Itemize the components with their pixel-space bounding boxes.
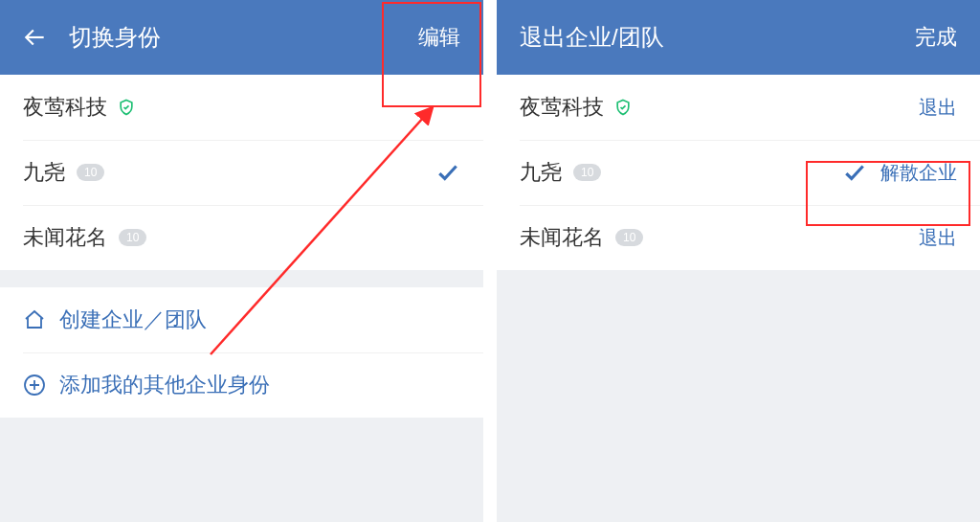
disband-button[interactable]: 解散企业 (880, 160, 957, 186)
member-count-badge: 10 (77, 164, 104, 181)
create-org-button[interactable]: 创建企业／团队 (0, 287, 483, 352)
navbar: 切换身份 编辑 (0, 0, 483, 75)
identity-name: 未闻花名 (23, 223, 107, 252)
screen-leave-org: 退出企业/团队 完成 夜莺科技 退出 九尧 10 解散企业 (497, 0, 980, 522)
org-row[interactable]: 夜莺科技 退出 (497, 75, 980, 140)
option-label: 添加我的其他企业身份 (59, 371, 270, 399)
verified-shield-icon (613, 98, 633, 117)
member-count-badge: 10 (615, 229, 643, 246)
selected-check-icon (842, 160, 867, 185)
navbar-title: 退出企业/团队 (520, 22, 915, 53)
org-list: 夜莺科技 退出 九尧 10 解散企业 未闻花名 10 退出 (497, 75, 980, 270)
navbar-edit-button[interactable]: 编辑 (418, 23, 460, 52)
add-identity-button[interactable]: 添加我的其他企业身份 (0, 352, 483, 418)
selected-check-icon (435, 160, 460, 185)
org-name: 九尧 (520, 158, 562, 187)
home-icon (23, 308, 46, 331)
identity-row[interactable]: 九尧 10 (0, 140, 483, 205)
navbar: 退出企业/团队 完成 (497, 0, 980, 75)
org-name: 夜莺科技 (520, 93, 604, 122)
plus-circle-icon (23, 374, 46, 397)
section-gap (0, 270, 483, 287)
identity-list: 夜莺科技 九尧 10 未闻花名 10 (0, 75, 483, 270)
identity-name: 九尧 (23, 158, 65, 187)
leave-button[interactable]: 退出 (919, 95, 957, 121)
identity-row[interactable]: 夜莺科技 (0, 75, 483, 140)
member-count-badge: 10 (573, 164, 601, 181)
org-name: 未闻花名 (520, 223, 604, 252)
identity-row[interactable]: 未闻花名 10 (0, 205, 483, 270)
member-count-badge: 10 (119, 229, 146, 246)
option-label: 创建企业／团队 (59, 306, 207, 334)
leave-button[interactable]: 退出 (919, 225, 957, 251)
verified-shield-icon (117, 98, 136, 117)
screen-switch-identity: 切换身份 编辑 夜莺科技 九尧 10 未闻花名 10 (0, 0, 483, 522)
navbar-done-button[interactable]: 完成 (915, 23, 957, 52)
org-row[interactable]: 九尧 10 解散企业 (497, 140, 980, 205)
navbar-title: 切换身份 (69, 22, 418, 53)
bottom-gap (0, 418, 483, 494)
org-row[interactable]: 未闻花名 10 退出 (497, 205, 980, 270)
action-list: 创建企业／团队 添加我的其他企业身份 (0, 287, 483, 418)
identity-name: 夜莺科技 (23, 93, 107, 122)
back-arrow-icon[interactable] (23, 25, 48, 50)
